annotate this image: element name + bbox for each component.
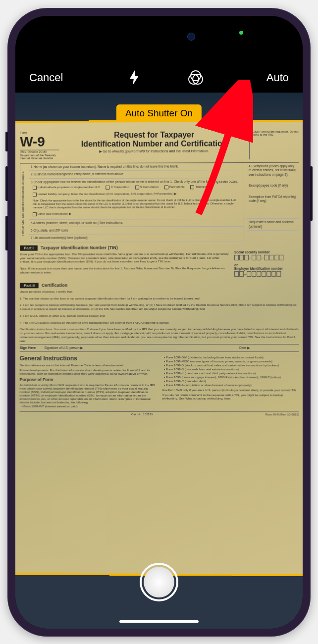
- right-side-button: [310, 166, 313, 221]
- camera-indicator-dot: [239, 31, 243, 35]
- camera-viewfinder: Auto Shutter On Form W-9 (Rev. October 2…: [15, 93, 303, 629]
- shutter-button[interactable]: [140, 563, 178, 601]
- auto-shutter-badge: Auto Shutter On: [116, 104, 202, 122]
- home-indicator[interactable]: [119, 620, 199, 623]
- filters-icon[interactable]: [187, 69, 204, 86]
- scanned-document-preview: Form W-9 (Rev. October 2018) Department …: [15, 121, 303, 575]
- phone-mockup: Cancel Auto Auto Shutter On Form W-9: [7, 8, 311, 637]
- form-code: W-9: [20, 134, 59, 150]
- doc-title: Request for Taxpayer: [65, 130, 243, 140]
- scanner-toolbar: Cancel Auto: [15, 63, 303, 93]
- left-side-buttons: [5, 132, 8, 265]
- cancel-button[interactable]: Cancel: [29, 71, 63, 84]
- auto-capture-button[interactable]: Auto: [266, 71, 289, 84]
- screen: Cancel Auto Auto Shutter On Form W-9: [15, 16, 303, 629]
- front-camera: [187, 33, 195, 41]
- flash-icon[interactable]: [126, 69, 143, 86]
- dynamic-island: [117, 27, 201, 47]
- svg-point-2: [191, 71, 201, 81]
